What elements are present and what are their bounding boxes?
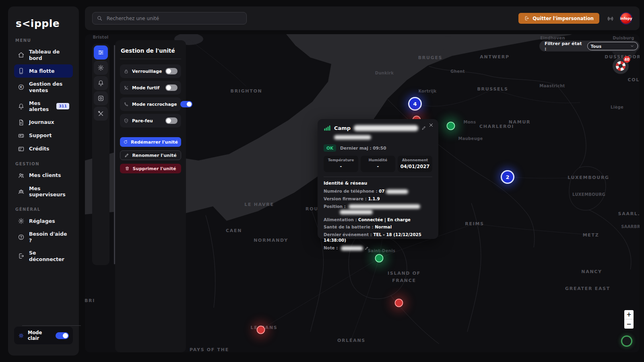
sidebar-item-gestion-des-ventes[interactable]: €Gestion des ventes xyxy=(14,78,73,97)
sidebar-item-besoin-d-aide[interactable]: Besoin d'aide ? xyxy=(14,228,73,247)
sliders-icon xyxy=(97,49,104,56)
sidebar-item-label: Mes alertes xyxy=(29,100,52,113)
cluster-marker-4[interactable]: 4 xyxy=(408,97,422,111)
map-label-orléans: ORLÉANS xyxy=(337,338,365,343)
sidebar-item-mes-clients[interactable]: Mes clients xyxy=(14,169,73,182)
map-label-saarbr: SAARBR xyxy=(621,224,640,229)
panel-tool-bell-button[interactable] xyxy=(94,76,108,90)
supprimer-l-unité-button[interactable]: Supprimer l'unité xyxy=(120,164,181,173)
pencil-icon[interactable] xyxy=(365,246,369,250)
panel-tool-tools-button[interactable] xyxy=(94,107,108,121)
svg-text:€: € xyxy=(20,86,22,89)
toggle-mode-raccrochage[interactable] xyxy=(180,101,192,107)
toggle-label: Pare-feu xyxy=(132,118,162,123)
search-input[interactable] xyxy=(106,15,242,22)
toggle-row-pare-feu: Pare-feu xyxy=(120,114,181,128)
help-count-badge: 40 xyxy=(623,56,630,63)
panel-tool-app-window-button[interactable] xyxy=(94,91,108,105)
panel-tool-sliders-button[interactable] xyxy=(94,45,108,60)
map-label-dunkirk: Dunkirk xyxy=(375,71,394,75)
cluster-marker-2[interactable]: 2 xyxy=(501,170,514,184)
panel-tool-gear-button[interactable] xyxy=(94,61,108,75)
sidebar-item-se-déconnecter[interactable]: Se déconnecter xyxy=(14,247,73,265)
map-label-ghent: Ghent xyxy=(450,69,465,74)
light-mode-row: Mode clair xyxy=(14,327,73,344)
field-alimentation: Alimentation : Connectée | En charge xyxy=(324,217,432,223)
toggle-row-mode-furtif: Mode furtif xyxy=(120,81,181,95)
quit-impersonation-button[interactable]: Quitter l'impersonation xyxy=(518,13,599,24)
unit-marker-green[interactable] xyxy=(375,254,384,263)
map-label-brighton: BRIGHTON xyxy=(231,88,262,94)
sun-icon xyxy=(18,333,24,339)
field-value: Normal xyxy=(375,224,392,229)
map-label-saarl: SAARL. xyxy=(618,211,640,216)
search-box[interactable] xyxy=(92,12,247,25)
light-mode-toggle[interactable] xyxy=(56,332,69,339)
toggle-mode-furtif[interactable] xyxy=(165,84,178,91)
toggle-row-mode-raccrochage: Mode raccrochage xyxy=(120,97,181,111)
map-label-reims: REIMS xyxy=(465,221,484,226)
filter-label: Filtrer par état : xyxy=(545,41,584,51)
sidebar-nav: MENUTableau de bordMa flotte€Gestion des… xyxy=(14,38,73,266)
gear-icon xyxy=(18,218,25,224)
sidebar-item-label: Mes clients xyxy=(29,172,61,179)
sidebar-item-mes-alertes[interactable]: Mes alertes311 xyxy=(14,97,73,116)
redacted-title xyxy=(354,125,418,131)
stat-abonnement: Abonnement04/01/2027 xyxy=(398,156,432,172)
filter-value: Tous xyxy=(591,44,602,49)
sidebar-item-crédits[interactable]: Crédits xyxy=(14,142,73,156)
sidebar-item-journaux[interactable]: Journaux xyxy=(14,116,73,129)
bell-icon xyxy=(18,103,25,110)
unit-marker-red[interactable] xyxy=(395,299,403,307)
field-label: Position : xyxy=(324,204,347,209)
zoom-control: + − xyxy=(624,310,634,329)
ticket-icon xyxy=(18,132,25,139)
toggle-list: VerrouillageMode furtifMode raccrochageP… xyxy=(120,64,181,128)
close-icon[interactable] xyxy=(428,122,434,128)
map-label-luxembourg: LUXEMBOURG xyxy=(568,175,609,180)
map-label-bri: BRI xyxy=(85,298,95,303)
avatar[interactable]: infopy xyxy=(620,12,632,25)
stats-row: Température-Humidité-Abonnement04/01/202… xyxy=(324,156,432,172)
map-label-maubeuge: Maubeuge xyxy=(458,136,483,141)
map-label-bristol: Bristol xyxy=(93,35,108,39)
broadcast-icon[interactable] xyxy=(607,15,614,22)
filter-status-select[interactable]: Tous xyxy=(587,42,638,50)
help-icon xyxy=(18,234,25,241)
map-label-island-of: ISLAND OF xyxy=(388,271,421,276)
stat-value: - xyxy=(362,164,394,169)
sidebar-item-ma-flotte[interactable]: Ma flotte xyxy=(14,64,73,78)
help-lifebuoy-button[interactable]: 40 xyxy=(613,58,629,74)
redacted-value xyxy=(340,210,373,214)
sidebar-item-label: Besoin d'aide ? xyxy=(29,231,69,243)
pencil-icon[interactable] xyxy=(421,125,426,130)
unit-marker-green[interactable] xyxy=(447,122,455,130)
home-icon xyxy=(18,51,25,58)
action-list: Redémarrer l'unitéRenommer l'unitéSuppri… xyxy=(120,137,181,173)
map-label-maastricht: Maastricht xyxy=(539,84,565,88)
map-label-luxembourg: LUXEMBOURG xyxy=(572,192,605,197)
unit-marker-red[interactable] xyxy=(257,326,265,334)
sidebar-item-mes-superviseurs[interactable]: Mes superviseurs xyxy=(14,182,73,201)
sidebar-item-réglages[interactable]: Réglages xyxy=(14,214,73,228)
shield-icon xyxy=(124,118,129,123)
app-root: s<ipple MENUTableau de bordMa flotte€Ges… xyxy=(0,0,644,362)
redémarrer-l-unité-button[interactable]: Redémarrer l'unité xyxy=(120,137,181,147)
nav-section-title: MENU xyxy=(15,38,73,43)
sidebar-item-support[interactable]: Support xyxy=(14,129,73,142)
logo: s<ipple xyxy=(16,18,73,29)
section-title: Identité & réseau xyxy=(324,181,432,186)
sidebar-item-label: Journaux xyxy=(29,119,54,125)
toggle-verrouillage[interactable] xyxy=(165,68,178,74)
sidebar-item-tableau-de-bord[interactable]: Tableau de bord xyxy=(14,45,73,64)
map-label-eindhoven: Eindhoven xyxy=(540,36,565,40)
zoom-in-button[interactable]: + xyxy=(624,310,634,319)
locate-button[interactable] xyxy=(621,335,632,347)
unit-management-panel: Gestion de l'unité VerrouillageMode furt… xyxy=(115,40,186,352)
toggle-pare-feu[interactable] xyxy=(165,117,178,124)
field-value: Connectée | En charge xyxy=(358,217,411,222)
zoom-out-button[interactable]: − xyxy=(624,319,634,329)
renommer-l-unité-button[interactable]: Renommer l'unité xyxy=(120,150,181,160)
sidebar-item-label: Réglages xyxy=(29,218,55,224)
field-value: 07 xyxy=(379,189,384,193)
